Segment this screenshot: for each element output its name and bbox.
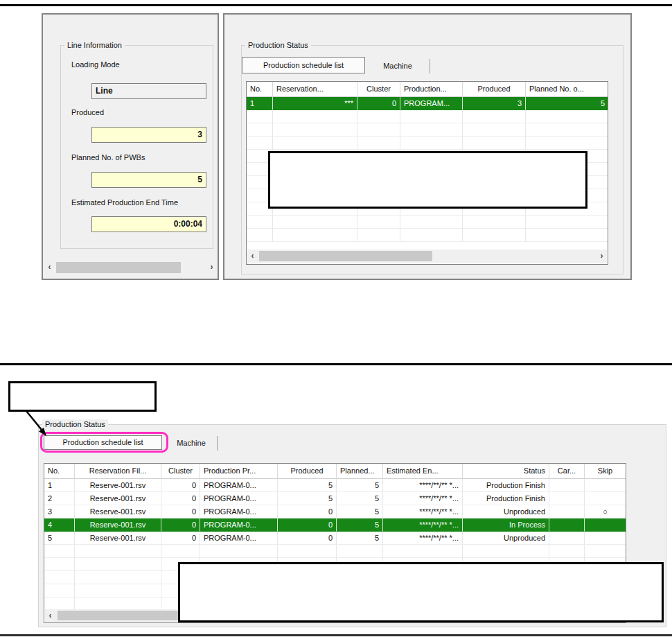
table-cell: Production Finish bbox=[463, 479, 549, 492]
line-information-panel: Line Information Loading Mode Line Produ… bbox=[42, 13, 219, 280]
loading-mode-field: Line bbox=[91, 83, 206, 99]
empty-table-row bbox=[247, 137, 608, 150]
table-cell bbox=[585, 518, 626, 532]
table-cell: PROGRAM-0... bbox=[200, 479, 278, 492]
callout-arrow bbox=[17, 408, 52, 441]
horizontal-scrollbar[interactable]: ‹ › bbox=[247, 250, 607, 263]
scroll-right-arrow-icon[interactable]: › bbox=[596, 250, 607, 263]
groupbox-title: Line Information bbox=[64, 40, 125, 50]
manual-page: Line Information Loading Mode Line Produ… bbox=[0, 0, 672, 637]
column-header[interactable]: No. bbox=[44, 464, 75, 479]
tab-machine[interactable]: Machine bbox=[170, 437, 212, 450]
table-cell: Reserve-001.rsv bbox=[75, 479, 161, 492]
column-header[interactable]: Reservation... bbox=[273, 82, 357, 97]
tab-machine[interactable]: Machine bbox=[373, 60, 423, 73]
column-header[interactable]: Production Pr... bbox=[200, 464, 278, 479]
table-cell: 4 bbox=[44, 518, 75, 532]
column-header[interactable]: Skip bbox=[585, 464, 626, 479]
table-cell: ****/**/** *... bbox=[383, 492, 463, 505]
empty-table-row bbox=[247, 229, 608, 242]
table-cell: PROGRAM-0... bbox=[200, 518, 278, 532]
tab-separator bbox=[217, 436, 218, 451]
table-cell: 0 bbox=[161, 518, 200, 532]
table-cell bbox=[549, 505, 585, 518]
table-row[interactable]: 5Reserve-001.rsv0PROGRAM-0...05****/**/*… bbox=[44, 532, 626, 545]
column-header[interactable]: Production... bbox=[400, 82, 463, 97]
table-cell: 0 bbox=[161, 532, 200, 545]
empty-table-row bbox=[247, 110, 608, 123]
page-divider-top bbox=[0, 4, 672, 6]
tab-separator bbox=[430, 59, 430, 73]
table-cell: 5 bbox=[278, 492, 337, 505]
table-row[interactable]: 2Reserve-001.rsv0PROGRAM-0...55****/**/*… bbox=[44, 492, 626, 505]
column-header[interactable]: Cluster bbox=[357, 82, 400, 97]
scroll-left-arrow-icon[interactable]: ‹ bbox=[45, 609, 55, 622]
table-cell: *** bbox=[273, 97, 357, 110]
table-row[interactable]: 1***0PROGRAM...35 bbox=[247, 97, 608, 110]
table-cell: 0 bbox=[161, 505, 200, 518]
column-header[interactable]: Car... bbox=[549, 464, 585, 479]
tab-production-schedule-list[interactable]: Production schedule list bbox=[242, 57, 365, 73]
table-cell: 5 bbox=[526, 97, 608, 110]
loading-mode-value: Line bbox=[96, 86, 113, 96]
scroll-right-arrow-icon[interactable]: › bbox=[206, 261, 217, 274]
table-header-row: No.Reservation Fil...ClusterProduction P… bbox=[44, 464, 626, 479]
empty-table-row bbox=[44, 545, 626, 558]
column-header[interactable]: Cluster bbox=[161, 464, 200, 479]
callout-box bbox=[178, 562, 664, 622]
scroll-left-arrow-icon[interactable]: ‹ bbox=[247, 250, 258, 263]
table-cell: 3 bbox=[463, 97, 526, 110]
table-cell: Unproduced bbox=[463, 505, 549, 518]
table-cell: 0 bbox=[357, 97, 400, 110]
table-cell bbox=[585, 532, 626, 545]
horizontal-scrollbar[interactable]: ‹ › bbox=[44, 261, 217, 274]
table-row[interactable]: 1Reserve-001.rsv0PROGRAM-0...55****/**/*… bbox=[44, 479, 626, 492]
loading-mode-label: Loading Mode bbox=[71, 60, 120, 69]
table-cell bbox=[549, 479, 585, 492]
table-cell: 5 bbox=[44, 532, 75, 545]
column-header[interactable]: Estimated En... bbox=[383, 464, 463, 479]
table-cell bbox=[585, 479, 626, 492]
column-header[interactable]: Produced bbox=[463, 82, 526, 97]
table-cell: 1 bbox=[247, 97, 273, 110]
callout-box bbox=[268, 151, 587, 209]
column-header[interactable]: Reservation Fil... bbox=[75, 464, 161, 479]
table-cell: PROGRAM-0... bbox=[200, 492, 278, 505]
planned-pwbs-value: 5 bbox=[197, 175, 202, 184]
produced-label: Produced bbox=[71, 107, 104, 117]
table-cell: 5 bbox=[337, 518, 383, 532]
scrollbar-thumb[interactable] bbox=[259, 251, 432, 261]
table-cell: 5 bbox=[337, 505, 383, 518]
table-cell: 0 bbox=[278, 532, 337, 545]
table-cell bbox=[585, 492, 626, 505]
scrollbar-thumb[interactable] bbox=[56, 262, 181, 273]
produced-field: 3 bbox=[91, 127, 206, 143]
production-status-panel: Production Status Production schedule li… bbox=[223, 13, 632, 280]
table-row[interactable]: 4Reserve-001.rsv0PROGRAM-0...05****/**/*… bbox=[44, 518, 626, 532]
table-cell: 2 bbox=[44, 492, 75, 505]
column-header[interactable]: Planned... bbox=[337, 464, 383, 479]
line-information-groupbox: Line Information Loading Mode Line Produ… bbox=[60, 45, 213, 249]
estimated-end-value: 0:00:04 bbox=[174, 219, 202, 229]
table-cell: ****/**/** *... bbox=[383, 505, 463, 518]
table-cell: 5 bbox=[278, 479, 337, 492]
column-header[interactable]: Produced bbox=[278, 464, 337, 479]
table-cell bbox=[549, 492, 585, 505]
empty-table-row bbox=[247, 216, 608, 229]
tab-production-schedule-list[interactable]: Production schedule list bbox=[44, 435, 162, 450]
table-cell: PROGRAM-0... bbox=[200, 532, 278, 545]
table-cell: Reserve-001.rsv bbox=[75, 532, 161, 545]
table-cell: ****/**/** *... bbox=[383, 479, 463, 492]
scroll-left-arrow-icon[interactable]: ‹ bbox=[44, 261, 55, 274]
table-cell: Production Finish bbox=[463, 492, 549, 505]
column-header[interactable]: Planned No. o... bbox=[526, 82, 608, 97]
column-header[interactable]: Status bbox=[463, 464, 549, 479]
table-cell: 5 bbox=[337, 479, 383, 492]
produced-value: 3 bbox=[197, 130, 202, 139]
page-divider-middle bbox=[0, 363, 672, 365]
table-cell: ****/**/** *... bbox=[383, 518, 463, 532]
table-cell: 0 bbox=[161, 479, 200, 492]
table-row[interactable]: 3Reserve-001.rsv0PROGRAM-0...05****/**/*… bbox=[44, 505, 626, 518]
groupbox-title: Production Status bbox=[42, 419, 108, 429]
column-header[interactable]: No. bbox=[247, 82, 273, 97]
